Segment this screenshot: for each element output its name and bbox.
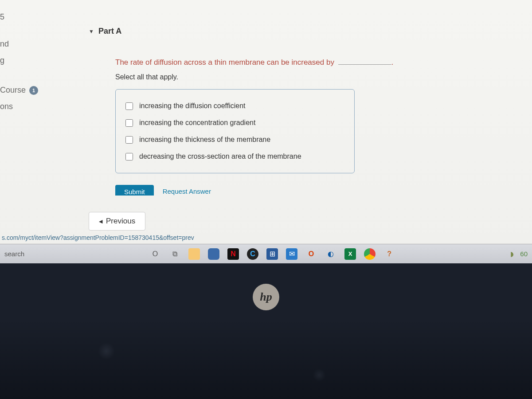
sidebar-item-course[interactable]: Course 1 <box>0 82 66 98</box>
part-header[interactable]: ▼ Part A <box>89 27 532 36</box>
hp-logo: hp <box>253 284 279 310</box>
action-row: Submit Request Answer <box>115 185 532 196</box>
page-content: 5 nd g Course 1 ons ▼ Part A The rate of… <box>0 0 532 244</box>
options-group: increasing the diffusion coefficient inc… <box>115 89 355 173</box>
edge-icon[interactable]: ◐ <box>325 248 336 260</box>
app-icon[interactable]: C <box>247 248 258 260</box>
sidebar-item[interactable]: g <box>0 52 66 69</box>
sidebar: 5 nd g Course 1 ons <box>0 0 66 231</box>
previous-button[interactable]: ◀ Previous <box>89 212 145 231</box>
file-explorer-icon[interactable] <box>188 248 200 260</box>
task-view-icon[interactable]: ⧉ <box>169 248 180 260</box>
main-content: ▼ Part A The rate of diffusion across a … <box>89 0 532 196</box>
option-checkbox[interactable] <box>125 136 133 144</box>
store-icon[interactable]: ⊞ <box>266 248 278 260</box>
request-answer-link[interactable]: Request Answer <box>163 188 211 195</box>
sidebar-item[interactable]: 5 <box>0 9 66 25</box>
option-checkbox[interactable] <box>125 119 133 127</box>
notification-badge: 1 <box>29 86 38 95</box>
excel-icon[interactable]: X <box>344 248 356 260</box>
option-checkbox[interactable] <box>125 102 133 110</box>
submit-button[interactable]: Submit <box>115 185 154 196</box>
option-checkbox[interactable] <box>125 153 133 160</box>
part-title: Part A <box>98 27 121 36</box>
chevron-left-icon: ◀ <box>99 219 102 224</box>
bezel-texture <box>0 319 532 399</box>
help-icon[interactable]: ? <box>383 248 395 260</box>
question-prompt: The rate of diffusion across a thin memb… <box>115 58 532 67</box>
option-label: increasing the thickness of the membrane <box>139 136 270 144</box>
taskbar-right: ◗ 60 <box>510 250 529 258</box>
chrome-icon[interactable] <box>364 248 376 260</box>
taskbar-search[interactable]: search <box>3 250 29 258</box>
netflix-icon[interactable]: N <box>227 248 239 260</box>
option-row[interactable]: increasing the diffusion coefficient <box>125 98 344 114</box>
chevron-down-icon: ▼ <box>89 28 94 35</box>
question-block: The rate of diffusion across a thin memb… <box>89 58 532 196</box>
question-prompt-text: The rate of diffusion across a thin memb… <box>115 58 334 66</box>
taskbar-dup: search O ⧉ N C ⊞ ✉ O ◐ X ? ◗ 60 <box>0 244 532 263</box>
mail-icon[interactable]: ✉ <box>286 248 297 260</box>
option-label: increasing the concentration gradient <box>139 119 255 127</box>
question-instruction: Select all that apply. <box>115 73 532 81</box>
clock-partial[interactable]: 60 <box>520 250 528 258</box>
taskbar-icons: O ⧉ N C ⊞ ✉ O ◐ X ? <box>149 248 395 260</box>
option-row[interactable]: increasing the concentration gradient <box>125 114 344 131</box>
answer-blank <box>338 64 391 65</box>
camera-icon[interactable] <box>208 248 219 260</box>
cortana-icon[interactable]: O <box>149 248 161 260</box>
previous-label: Previous <box>106 217 135 226</box>
option-label: increasing the diffusion coefficient <box>139 102 246 110</box>
office-icon[interactable]: O <box>305 248 317 260</box>
sidebar-item[interactable]: ons <box>0 98 66 115</box>
footer-nav: ◀ Previous <box>89 212 145 231</box>
option-row[interactable]: decreasing the cross-section area of the… <box>125 148 344 165</box>
option-row[interactable]: increasing the thickness of the membrane <box>125 131 344 148</box>
battery-icon[interactable]: ◗ <box>510 250 514 258</box>
option-label: decreasing the cross-section area of the… <box>139 153 301 160</box>
sidebar-course-label: Course <box>0 86 26 95</box>
status-url: s.com/myct/itemView?assignmentProblemID=… <box>0 233 196 242</box>
sidebar-item[interactable]: nd <box>0 36 66 52</box>
